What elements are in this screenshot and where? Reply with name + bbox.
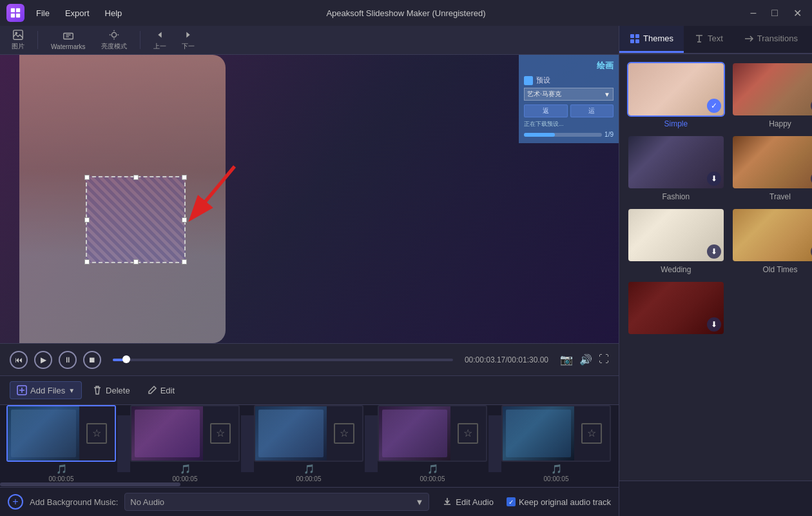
transition-3[interactable] [365, 415, 378, 472]
toolbar-watermarks-label: Watermarks [51, 43, 86, 50]
film-thumb-3[interactable]: ☆ [254, 405, 363, 462]
pom-preset-row: 预设 [524, 75, 614, 85]
add-files-btn[interactable]: Add Files ▼ [10, 381, 82, 399]
delete-btn[interactable]: Delete [86, 382, 137, 399]
timeline-thumb[interactable] [122, 355, 130, 363]
handle-r[interactable] [182, 217, 187, 223]
keep-audio-toggle[interactable]: Keep original audio track [507, 497, 611, 507]
theme-thumb-simple[interactable]: ✓ [627, 62, 725, 117]
transition-2[interactable] [241, 415, 254, 472]
handle-l[interactable] [84, 217, 90, 223]
tab-themes[interactable]: Themes [619, 26, 684, 53]
film-thumb-2[interactable]: ☆ [130, 405, 240, 462]
toolbar-image-btn[interactable]: 图片 [6, 26, 30, 54]
handle-bl[interactable] [84, 259, 90, 264]
film-thumb-4[interactable]: ☆ [378, 405, 487, 462]
filmstrip-scroll[interactable] [0, 482, 619, 487]
menu-export[interactable]: Export [59, 6, 96, 20]
theme-thumb-happy[interactable]: ⬇ [731, 62, 812, 117]
play-btn[interactable]: ▶ [34, 351, 52, 369]
add-files-label: Add Files [30, 386, 65, 395]
film-item-5[interactable]: ☆ 🎵 00:00:05 [501, 405, 611, 482]
handle-t[interactable] [133, 175, 139, 180]
theme-thumb-travel[interactable]: ⬇ [731, 135, 812, 190]
toolbar-brightness-btn[interactable]: 亮度模式 [96, 26, 132, 54]
theme-thumb-extra[interactable]: ⬇ [627, 281, 725, 335]
pom-next-btn[interactable]: 运 [570, 104, 614, 117]
edit-audio-btn[interactable]: Edit Audio [436, 494, 500, 510]
theme-img-travel [733, 136, 812, 188]
minimize-btn[interactable]: – [746, 6, 760, 20]
theme-fashion[interactable]: ⬇ Fashion [627, 135, 725, 201]
add-music-btn[interactable]: + [8, 494, 23, 510]
theme-thumb-wedding[interactable]: ⬇ [627, 208, 725, 263]
toolbar-brightness-label: 亮度模式 [101, 42, 127, 51]
theme-check-simple: ✓ [707, 99, 721, 113]
film-item-3[interactable]: ☆ 🎵 00:00:05 [254, 405, 363, 482]
film-thumb-5[interactable]: ☆ [501, 405, 611, 462]
film-music-icon-1: 🎵 [56, 464, 67, 474]
edit-audio-label: Edit Audio [456, 497, 494, 507]
stop-btn[interactable]: ⏹ [83, 351, 101, 369]
filmstrip: ☆ 🎵 00:00:05 [0, 404, 619, 482]
volume-icon[interactable]: 🔊 [579, 353, 592, 366]
transition-1[interactable] [117, 415, 130, 472]
toolbar-watermarks-btn[interactable]: Watermarks [46, 28, 91, 53]
film-meta-2: 🎵 00:00:05 [173, 464, 198, 482]
screenshot-icon[interactable]: 📷 [560, 353, 573, 366]
keep-audio-checkbox[interactable] [507, 497, 516, 506]
toolbar-next-btn[interactable]: 下一 [177, 26, 200, 54]
tab-filters[interactable]: Filters [808, 26, 812, 53]
theme-oldtimes[interactable]: ⬇ Old Times [731, 208, 812, 274]
handle-tr[interactable] [182, 175, 187, 180]
pom-description: 正在下载预设... [524, 120, 614, 128]
add-files-dropdown[interactable]: ▼ [68, 387, 75, 394]
toolbar-prev-btn[interactable]: 上一 [148, 26, 171, 54]
theme-wedding[interactable]: ⬇ Wedding [627, 208, 725, 274]
handle-b[interactable] [133, 259, 139, 264]
theme-extra[interactable]: ⬇ [627, 281, 725, 338]
close-btn[interactable]: ✕ [789, 6, 806, 21]
mosaic-selection[interactable] [86, 176, 186, 263]
theme-label-wedding: Wedding [661, 265, 691, 274]
film-item-4[interactable]: ☆ 🎵 00:00:05 [378, 405, 487, 482]
film-thumb-1[interactable]: ☆ [6, 405, 116, 462]
theme-travel[interactable]: ⬇ Travel [731, 135, 812, 201]
bottom-bar: + Add Background Music: No Audio ▼ Edit … [0, 487, 619, 516]
scroll-thumb[interactable] [0, 482, 180, 486]
pom-dropdown-icon: ▼ [604, 91, 610, 98]
pom-prev-btn[interactable]: 返 [524, 104, 568, 117]
transition-4[interactable] [488, 415, 501, 472]
audio-select[interactable]: No Audio ▼ [124, 493, 429, 511]
tab-text[interactable]: Text [684, 26, 733, 53]
film-meta-5: 🎵 00:00:05 [544, 464, 569, 482]
theme-thumb-oldtimes[interactable]: ⬇ [731, 208, 812, 263]
fullscreen-icon[interactable]: ⛶ [599, 353, 609, 366]
svg-point-9 [111, 32, 116, 37]
theme-dl-wedding: ⬇ [707, 244, 721, 259]
rewind-btn[interactable]: ⏮ [10, 351, 28, 369]
right-tabs: Themes Text Transitions Filters Elements [619, 26, 812, 54]
audio-select-value: No Audio [130, 497, 164, 507]
timeline-bar[interactable] [113, 359, 453, 361]
pom-preset-select[interactable]: 艺术·马赛克 ▼ [524, 88, 614, 101]
theme-thumb-fashion[interactable]: ⬇ [627, 135, 725, 190]
tab-transitions[interactable]: Transitions [733, 26, 808, 53]
theme-happy[interactable]: ⬇ Happy [731, 62, 812, 128]
maximize-btn[interactable]: □ [768, 6, 782, 20]
film-item-1[interactable]: ☆ 🎵 00:00:05 [6, 405, 116, 482]
handle-tl[interactable] [84, 175, 90, 180]
menu-bar: File Export Help [30, 6, 128, 20]
preview-overlay-menu: 绘画 预设 艺术·马赛克 ▼ 返 运 正在下载预设... [519, 55, 619, 143]
menu-file[interactable]: File [30, 6, 56, 20]
film-item-2[interactable]: ☆ 🎵 00:00:05 [130, 405, 240, 482]
film-side-icon-2: ☆ [210, 423, 231, 444]
theme-label-happy: Happy [769, 119, 791, 128]
pause-btn[interactable]: ⏸ [59, 351, 77, 369]
handle-br[interactable] [182, 259, 187, 264]
svg-rect-3 [16, 14, 20, 17]
edit-btn[interactable]: Edit [140, 382, 181, 399]
tab-text-label: Text [708, 34, 723, 43]
menu-help[interactable]: Help [99, 6, 129, 20]
theme-simple[interactable]: ✓ Simple [627, 62, 725, 128]
